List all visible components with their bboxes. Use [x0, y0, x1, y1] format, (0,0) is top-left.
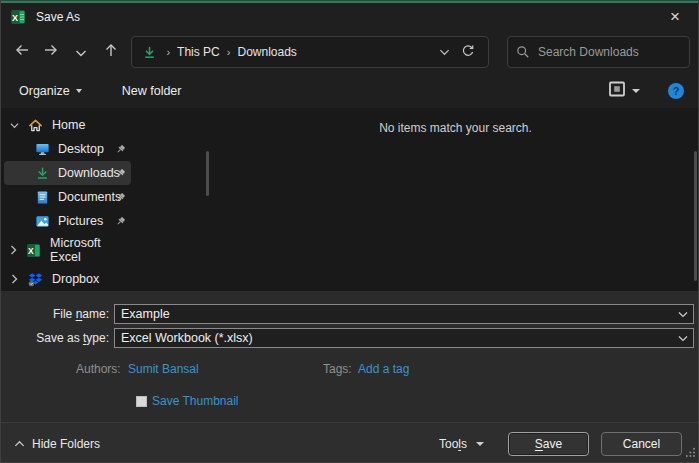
sidebar-item-desktop[interactable]: Desktop	[4, 137, 131, 161]
sidebar-scrollbar[interactable]	[206, 151, 209, 196]
new-folder-button[interactable]: New folder	[122, 84, 182, 98]
content-area: Home Desktop Downloads Doc	[1, 108, 698, 291]
help-button[interactable]: ?	[668, 83, 684, 99]
downloads-folder-icon	[142, 45, 157, 60]
file-name-input[interactable]	[115, 307, 673, 321]
up-button[interactable]	[96, 37, 126, 67]
help-icon: ?	[673, 85, 680, 97]
recent-locations-button[interactable]	[66, 37, 96, 67]
metadata-row: Authors: Sumit Bansal Tags: Add a tag	[1, 362, 698, 378]
breadcrumb-separator: ›	[227, 46, 231, 58]
excel-accent-line	[1, 1, 698, 3]
chevron-right-icon[interactable]	[4, 274, 24, 284]
dropbox-icon	[24, 272, 46, 287]
documents-icon	[31, 190, 53, 205]
file-name-combobox[interactable]	[114, 304, 694, 324]
up-icon	[103, 42, 119, 62]
address-dropdown-button[interactable]	[432, 39, 456, 65]
forward-icon	[43, 42, 59, 62]
close-button[interactable]: ×	[652, 3, 698, 31]
search-box[interactable]	[507, 36, 690, 68]
sidebar-item-label: Dropbox	[52, 272, 99, 286]
caret-down-icon	[76, 89, 82, 93]
chevron-down-icon[interactable]	[673, 311, 693, 318]
hide-folders-button[interactable]: Hide Folders	[14, 437, 100, 451]
sidebar-item-dropbox[interactable]: Dropbox	[4, 267, 131, 291]
save-as-type-row: Save as type: Excel Workbook (*.xlsx)	[1, 328, 698, 348]
chevron-down-icon	[75, 43, 87, 61]
add-tag-link[interactable]: Add a tag	[358, 362, 409, 376]
caret-down-icon	[632, 89, 640, 93]
resize-grip-icon[interactable]	[685, 444, 696, 462]
sidebar-item-documents[interactable]: Documents	[4, 185, 131, 209]
excel-app-icon: X	[10, 9, 26, 25]
command-bar: Organize New folder ?	[1, 73, 698, 108]
sidebar-item-microsoft-excel[interactable]: X Microsoft Excel	[4, 238, 131, 262]
refresh-icon	[461, 44, 475, 61]
organize-label: Organize	[19, 84, 70, 98]
chevron-up-icon	[14, 437, 25, 451]
forward-button[interactable]	[37, 37, 67, 67]
save-as-type-value: Excel Workbook (*.xlsx)	[115, 331, 673, 345]
pin-icon[interactable]	[115, 144, 126, 155]
file-name-row: File name:	[1, 304, 698, 324]
empty-results-message: No items match your search.	[213, 121, 698, 135]
save-thumbnail-row: Save Thumbnail	[136, 394, 698, 408]
sidebar-item-label: Downloads	[58, 166, 120, 180]
file-list-scrollbar[interactable]	[694, 151, 697, 281]
tools-button[interactable]: Tools	[439, 437, 484, 451]
close-icon: ×	[670, 7, 680, 27]
new-folder-label: New folder	[122, 84, 182, 98]
save-as-dialog: X Save As × › This PC › Downloads	[0, 0, 699, 463]
save-button[interactable]: Save	[508, 432, 589, 456]
title-bar: X Save As ×	[1, 1, 698, 31]
file-name-label: File name:	[1, 307, 114, 321]
pin-icon[interactable]	[115, 192, 126, 203]
sidebar-item-label: Pictures	[58, 214, 103, 228]
chevron-down-icon	[439, 45, 450, 59]
hide-folders-label: Hide Folders	[32, 437, 100, 451]
organize-button[interactable]: Organize	[19, 84, 82, 98]
file-list[interactable]: No items match your search.	[213, 108, 698, 291]
breadcrumb-this-pc[interactable]: This PC	[177, 45, 220, 59]
refresh-button[interactable]	[456, 39, 480, 65]
view-mode-icon	[608, 81, 626, 100]
pin-icon[interactable]	[115, 168, 126, 179]
navigation-bar: › This PC › Downloads	[1, 31, 698, 73]
excel-icon: X	[23, 243, 44, 258]
dialog-footer: Hide Folders Tools Save Cancel	[1, 422, 698, 463]
pin-icon[interactable]	[115, 216, 126, 227]
search-input[interactable]	[538, 45, 693, 59]
save-as-type-dropdown[interactable]: Excel Workbook (*.xlsx)	[114, 328, 694, 348]
desktop-icon	[31, 142, 53, 157]
back-button[interactable]	[7, 37, 37, 67]
navigation-pane: Home Desktop Downloads Doc	[1, 108, 213, 291]
save-thumbnail-checkbox[interactable]	[136, 396, 147, 407]
caret-down-icon	[476, 442, 484, 446]
authors-label: Authors:	[76, 362, 121, 376]
view-mode-button[interactable]	[608, 81, 640, 100]
breadcrumb-downloads[interactable]: Downloads	[237, 45, 296, 59]
save-thumbnail-label[interactable]: Save Thumbnail	[152, 394, 239, 408]
tags-label: Tags:	[323, 362, 352, 376]
svg-text:X: X	[12, 13, 18, 23]
search-icon	[516, 45, 530, 59]
sidebar-item-pictures[interactable]: Pictures	[4, 209, 131, 233]
cancel-button[interactable]: Cancel	[601, 432, 682, 456]
sidebar-item-home[interactable]: Home	[4, 113, 131, 137]
tools-label: Tools	[439, 437, 467, 451]
sidebar-item-label: Desktop	[58, 142, 104, 156]
chevron-down-icon[interactable]	[673, 335, 693, 342]
sidebar-item-label: Documents	[58, 190, 121, 204]
authors-value-link[interactable]: Sumit Bansal	[128, 362, 199, 376]
chevron-down-icon[interactable]	[4, 122, 24, 129]
downloads-icon	[31, 166, 53, 181]
chevron-right-icon[interactable]	[4, 245, 23, 255]
svg-text:X: X	[28, 245, 34, 255]
pictures-icon	[31, 214, 53, 229]
address-bar[interactable]: › This PC › Downloads	[131, 36, 489, 68]
sidebar-item-downloads[interactable]: Downloads	[4, 161, 131, 185]
home-icon	[24, 118, 46, 133]
save-as-type-label: Save as type:	[1, 331, 114, 345]
sidebar-item-label: Home	[52, 118, 85, 132]
